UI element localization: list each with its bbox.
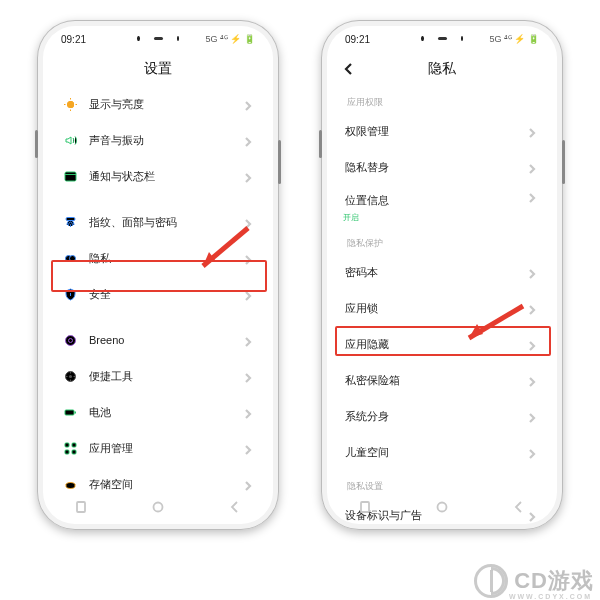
page-title: 设置 bbox=[144, 60, 172, 78]
brightness-icon bbox=[59, 97, 81, 112]
settings-row-privacy[interactable]: 隐私 bbox=[49, 240, 267, 276]
chevron-right-icon bbox=[243, 251, 257, 265]
chevron-right-icon bbox=[243, 169, 257, 183]
page-header: 隐私 bbox=[327, 52, 557, 86]
chevron-right-icon bbox=[527, 160, 541, 174]
sound-icon bbox=[59, 133, 81, 148]
chevron-right-icon bbox=[243, 369, 257, 383]
chevron-right-icon bbox=[243, 287, 257, 301]
privacy-icon bbox=[59, 251, 81, 266]
chevron-right-icon bbox=[527, 373, 541, 387]
chevron-right-icon bbox=[243, 441, 257, 455]
settings-row-brightness[interactable]: 显示与亮度 bbox=[49, 86, 267, 122]
chevron-right-icon bbox=[243, 523, 257, 524]
chevron-right-icon bbox=[243, 133, 257, 147]
row-label: 密码本 bbox=[345, 265, 527, 280]
privacy-row[interactable]: 系统分身 bbox=[333, 398, 551, 434]
nav-recent-icon[interactable] bbox=[74, 500, 88, 514]
row-label: 私密保险箱 bbox=[345, 373, 527, 388]
back-button[interactable] bbox=[341, 61, 357, 77]
notify-icon bbox=[59, 169, 81, 184]
svg-rect-2 bbox=[65, 172, 76, 181]
android-navbar[interactable] bbox=[327, 496, 557, 518]
settings-row-battery[interactable]: 电池 bbox=[49, 394, 267, 430]
chevron-right-icon bbox=[527, 445, 541, 459]
privacy-row[interactable]: 儿童空间 bbox=[333, 434, 551, 470]
nav-back-icon[interactable] bbox=[512, 500, 526, 514]
chevron-right-icon bbox=[243, 405, 257, 419]
row-label: Breeno bbox=[89, 334, 243, 346]
nav-home-icon[interactable] bbox=[435, 500, 449, 514]
row-label: 安全 bbox=[89, 287, 243, 302]
chevron-right-icon bbox=[527, 124, 541, 138]
security-icon bbox=[59, 287, 81, 302]
screen-left: 09:21 5G ⁴ᴳ ⚡ 🔋 设置 显示与亮度声音与振动通知与状态栏指纹、面部… bbox=[43, 26, 273, 524]
fingerprint-icon bbox=[59, 215, 81, 230]
notch bbox=[137, 34, 179, 42]
row-label: 声音与振动 bbox=[89, 133, 243, 148]
section-header: 应用权限 bbox=[333, 86, 551, 113]
svg-rect-12 bbox=[74, 411, 76, 413]
row-label: 隐私替身 bbox=[345, 160, 527, 175]
svg-rect-20 bbox=[77, 502, 85, 512]
nav-recent-icon[interactable] bbox=[358, 500, 372, 514]
page-title: 隐私 bbox=[428, 60, 456, 78]
statusbar-time: 09:21 bbox=[345, 34, 370, 45]
privacy-row[interactable]: 权限管理 bbox=[333, 113, 551, 149]
chevron-right-icon bbox=[527, 337, 541, 351]
chevron-right-icon bbox=[527, 301, 541, 315]
row-label: 其他设置 bbox=[89, 523, 243, 525]
svg-rect-16 bbox=[72, 450, 76, 454]
privacy-row[interactable]: 私密保险箱 bbox=[333, 362, 551, 398]
row-label: 电池 bbox=[89, 405, 243, 420]
settings-row-sound[interactable]: 声音与振动 bbox=[49, 122, 267, 158]
row-label: 通知与状态栏 bbox=[89, 169, 243, 184]
svg-point-21 bbox=[153, 503, 162, 512]
settings-row-apps[interactable]: 应用管理 bbox=[49, 430, 267, 466]
settings-row-security[interactable]: 安全 bbox=[49, 276, 267, 312]
section-header: 隐私保护 bbox=[333, 227, 551, 254]
chevron-right-icon bbox=[243, 97, 257, 111]
settings-row-tools[interactable]: 便捷工具 bbox=[49, 358, 267, 394]
watermark: CD游戏 WWW.CDYX.COM bbox=[474, 564, 594, 598]
privacy-row[interactable]: 应用隐藏 bbox=[333, 326, 551, 362]
storage-icon bbox=[59, 477, 81, 492]
battery-icon bbox=[59, 405, 81, 420]
watermark-text: CD游戏 bbox=[514, 566, 594, 596]
nav-back-icon[interactable] bbox=[228, 500, 242, 514]
chevron-right-icon bbox=[527, 265, 541, 279]
privacy-row[interactable]: 位置信息开启 bbox=[333, 185, 551, 227]
row-label: 存储空间 bbox=[89, 477, 243, 492]
row-label: 位置信息 bbox=[345, 193, 527, 208]
row-label: 应用锁 bbox=[345, 301, 527, 316]
privacy-row[interactable]: 隐私替身 bbox=[333, 149, 551, 185]
svg-point-10 bbox=[69, 375, 72, 378]
settings-row-breeno[interactable]: Breeno bbox=[49, 322, 267, 358]
phone-left: 09:21 5G ⁴ᴳ ⚡ 🔋 设置 显示与亮度声音与振动通知与状态栏指纹、面部… bbox=[37, 20, 279, 530]
svg-rect-15 bbox=[65, 450, 69, 454]
svg-rect-11 bbox=[65, 410, 74, 415]
row-label: 显示与亮度 bbox=[89, 97, 243, 112]
section-header: 隐私设置 bbox=[333, 470, 551, 497]
settings-row-fingerprint[interactable]: 指纹、面部与密码 bbox=[49, 204, 267, 240]
row-label: 指纹、面部与密码 bbox=[89, 215, 243, 230]
tools-icon bbox=[59, 369, 81, 384]
chevron-right-icon bbox=[527, 409, 541, 423]
breeno-icon bbox=[59, 333, 81, 348]
svg-point-6 bbox=[69, 255, 75, 261]
row-subtext: 开启 bbox=[343, 212, 359, 223]
android-navbar[interactable] bbox=[43, 496, 273, 518]
svg-point-8 bbox=[68, 338, 72, 342]
svg-rect-22 bbox=[361, 502, 369, 512]
settings-row-notify[interactable]: 通知与状态栏 bbox=[49, 158, 267, 194]
privacy-row[interactable]: 应用锁 bbox=[333, 290, 551, 326]
other-icon bbox=[59, 523, 81, 525]
row-label: 儿童空间 bbox=[345, 445, 527, 460]
svg-rect-14 bbox=[72, 443, 76, 447]
screen-right: 09:21 5G ⁴ᴳ ⚡ 🔋 隐私 应用权限权限管理隐私替身位置信息开启隐私保… bbox=[327, 26, 557, 524]
privacy-row[interactable]: 密码本 bbox=[333, 254, 551, 290]
settings-list: 显示与亮度声音与振动通知与状态栏指纹、面部与密码隐私安全Breeno便捷工具电池… bbox=[43, 86, 273, 524]
chevron-right-icon bbox=[527, 189, 541, 203]
statusbar-indicators: 5G ⁴ᴳ ⚡ 🔋 bbox=[205, 34, 255, 44]
nav-home-icon[interactable] bbox=[151, 500, 165, 514]
